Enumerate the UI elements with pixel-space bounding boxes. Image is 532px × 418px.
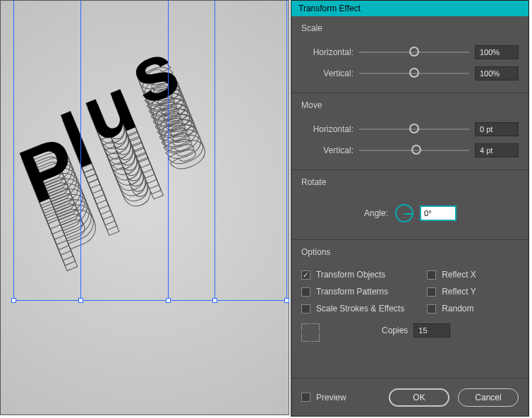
random-checkbox[interactable]: Random — [427, 304, 476, 314]
copies-label: Copies — [382, 326, 408, 335]
scale-horizontal-slider[interactable] — [359, 45, 469, 59]
guide-vertical — [80, 1, 81, 301]
panel-titlebar[interactable]: Transform Effect — [291, 1, 528, 16]
scale-horizontal-input[interactable]: 100% — [475, 45, 519, 59]
selection-handle[interactable] — [11, 298, 16, 303]
angle-input[interactable]: 0° — [421, 206, 456, 220]
scale-section: Scale Horizontal: 100% Vertical: 100% — [291, 16, 528, 88]
transform-effect-panel: Transform Effect Scale Horizontal: 100% … — [291, 0, 529, 417]
scale-strokes-checkbox[interactable]: Scale Strokes & Effects — [301, 304, 404, 314]
reflect-y-checkbox[interactable]: Reflect Y — [427, 287, 476, 297]
selection-box[interactable] — [13, 1, 287, 301]
reflect-y-label: Reflect Y — [442, 287, 476, 297]
selection-handle[interactable] — [212, 298, 217, 303]
transform-patterns-label: Transform Patterns — [316, 287, 388, 297]
scale-vertical-label: Vertical: — [301, 68, 353, 78]
transform-objects-label: Transform Objects — [316, 270, 385, 280]
selection-handle[interactable] — [284, 298, 289, 303]
artboard-canvas[interactable]: Plus Plus Plus Plus Plus Plus Plus Plus … — [0, 0, 289, 415]
guide-vertical — [168, 1, 169, 301]
move-section: Move Horizontal: 0 pt Vertical: 4 pt — [291, 92, 528, 165]
scale-vertical-input[interactable]: 100% — [475, 66, 519, 80]
rotate-angle-label: Angle: — [364, 208, 388, 218]
ok-button[interactable]: OK — [389, 388, 449, 407]
move-vertical-input[interactable]: 4 pt — [475, 143, 519, 157]
reflect-x-label: Reflect X — [442, 270, 476, 280]
scale-strokes-label: Scale Strokes & Effects — [316, 304, 404, 314]
rotate-title: Rotate — [301, 177, 519, 187]
options-section: Options Transform Objects Transform Patt… — [291, 239, 528, 346]
transform-objects-checkbox[interactable]: Transform Objects — [301, 270, 404, 280]
preview-label: Preview — [316, 393, 346, 402]
rotate-section: Rotate Angle: 0° — [291, 169, 528, 235]
reflect-x-checkbox[interactable]: Reflect X — [427, 270, 476, 280]
random-label: Random — [442, 304, 473, 314]
copies-input[interactable]: 15 — [413, 323, 450, 338]
selection-handle[interactable] — [166, 298, 171, 303]
move-horizontal-label: Horizontal: — [301, 124, 353, 134]
angle-dial[interactable] — [395, 204, 413, 222]
move-vertical-slider[interactable] — [359, 143, 469, 157]
transform-patterns-checkbox[interactable]: Transform Patterns — [301, 287, 404, 297]
move-vertical-label: Vertical: — [301, 145, 353, 155]
move-horizontal-input[interactable]: 0 pt — [475, 122, 519, 136]
move-title: Move — [301, 100, 519, 110]
options-title: Options — [301, 247, 519, 257]
scale-horizontal-label: Horizontal: — [301, 47, 353, 57]
scale-vertical-slider[interactable] — [359, 66, 469, 80]
cancel-button[interactable]: Cancel — [458, 388, 519, 407]
reference-point-selector[interactable] — [301, 323, 320, 342]
selection-handle[interactable] — [78, 298, 83, 303]
panel-title: Transform Effect — [298, 4, 361, 13]
move-horizontal-slider[interactable] — [359, 122, 469, 136]
preview-checkbox[interactable]: Preview — [301, 393, 346, 402]
guide-vertical — [214, 1, 215, 301]
scale-title: Scale — [301, 23, 519, 33]
panel-footer: Preview OK Cancel — [291, 378, 528, 416]
